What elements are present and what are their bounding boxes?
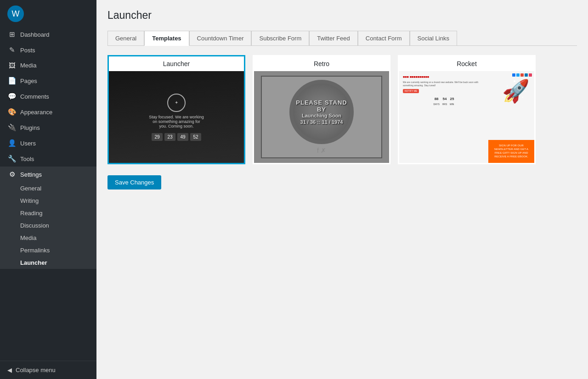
countdown-days: 29 [152,133,163,141]
sidebar-item-tools[interactable]: 🔧 Tools [0,151,96,167]
rocket-orange-bar: SIGN UP FOR OURNEWSLETTER AND GET AFREE … [488,140,534,163]
submenu-item-general[interactable]: General [0,182,96,195]
dashboard-icon: ⊞ [7,30,17,39]
sidebar-item-label: Appearance [20,109,52,116]
template-card-retro-title: Retro [254,56,389,71]
media-icon: 🖼 [7,61,17,69]
template-preview-launcher: ✦ Stay focused. We are working on someth… [109,71,244,163]
sidebar-nav: ⊞ Dashboard ✎ Posts 🖼 Media 📄 Pages 💬 Co… [0,27,96,361]
submenu-item-reading[interactable]: Reading [0,207,96,219]
template-grid: Launcher ✦ Stay focused. We are working … [107,55,577,164]
submenu-item-launcher[interactable]: Launcher [0,256,96,269]
countdown-mins: 49 [177,133,188,141]
sidebar-item-label: Media [20,62,36,69]
page-title: Launcher [107,9,577,22]
countdown-secs: 52 [190,133,201,141]
tab-twitter-feed[interactable]: Twitter Feed [309,31,358,46]
tab-general[interactable]: General [107,31,144,46]
rocket-count-min: 25MIN [450,96,454,106]
rocket-count-hrs: 54HRS [442,96,447,106]
sidebar: W ⊞ Dashboard ✎ Posts 🖼 Media 📄 Pages 💬 … [0,0,96,379]
sidebar-item-label: Dashboard [20,31,50,38]
tab-social-links[interactable]: Social Links [410,31,457,46]
submenu-item-discussion[interactable]: Discussion [0,219,96,232]
sidebar-item-media[interactable]: 🖼 Media [0,58,96,73]
save-changes-button[interactable]: Save Changes [107,175,161,190]
collapse-menu-button[interactable]: ◀ Collapse menu [0,361,96,379]
users-icon: 👤 [7,139,17,147]
rocket-left-content: ■■■ ■■■■■■■■■■ We are currently working … [399,71,488,163]
sidebar-item-label: Tools [20,156,34,162]
template-card-launcher[interactable]: Launcher ✦ Stay focused. We are working … [107,55,245,164]
template-card-launcher-title: Launcher [109,56,244,71]
template-preview-rocket: ■■■ ■■■■■■■■■■ We are currently working … [399,71,534,163]
tab-countdown-timer[interactable]: Countdown Timer [189,31,252,46]
sidebar-item-pages[interactable]: 📄 Pages [0,73,96,89]
sidebar-item-label: Pages [20,78,37,84]
rocket-bar-text: SIGN UP FOR OURNEWSLETTER AND GET AFREE … [492,143,530,159]
sidebar-item-appearance[interactable]: 🎨 Appearance [0,104,96,120]
template-card-retro[interactable]: Retro PLEASE STAND BY Launching Soon 31 … [253,55,390,164]
sidebar-item-comments[interactable]: 💬 Comments [0,89,96,104]
sidebar-item-posts[interactable]: ✎ Posts [0,42,96,58]
sidebar-logo: W [0,0,96,27]
rocket-countdown: 88DAYS 54HRS 25MIN [403,96,485,106]
sidebar-item-users[interactable]: 👤 Users [0,135,96,151]
template-card-rocket[interactable]: Rocket ■■■ ■■■■■■■■■■ We are currently w… [398,55,536,164]
comments-icon: 💬 [7,92,17,100]
settings-submenu: General Writing Reading Discussion Media… [0,182,96,269]
retro-launching-text: Launching Soon [293,113,350,118]
template-card-rocket-title: Rocket [399,56,534,71]
sidebar-item-label: Settings [20,171,42,178]
tab-bar: General Templates Countdown Timer Subscr… [107,31,577,46]
rocket-count-days: 88DAYS [434,96,440,106]
tab-subscribe-form[interactable]: Subscribe Form [251,31,309,46]
wp-logo-icon: W [7,6,24,22]
tab-contact-form[interactable]: Contact Form [358,31,410,46]
settings-icon: ⚙ [7,170,17,178]
collapse-arrow-icon: ◀ [7,367,12,373]
tools-icon: 🔧 [7,155,17,163]
plugins-icon: 🔌 [7,123,17,132]
countdown-hours: 23 [164,133,175,141]
sidebar-item-label: Plugins [20,124,40,131]
launcher-logo-circle: ✦ [167,94,186,112]
pages-icon: 📄 [7,77,17,85]
launcher-tagline: Stay focused. We are working on somethin… [149,115,204,128]
sidebar-item-dashboard[interactable]: ⊞ Dashboard [0,27,96,42]
sidebar-item-label: Users [20,140,36,147]
launcher-countdown: 29 23 49 52 [152,133,201,141]
retro-content: PLEASE STAND BY Launching Soon 31 / 36 :… [293,99,350,125]
collapse-menu-label: Collapse menu [16,367,56,373]
submenu-item-media[interactable]: Media [0,232,96,244]
template-preview-retro: PLEASE STAND BY Launching Soon 31 / 36 :… [254,71,389,163]
retro-social-icons: f ✗ [317,147,326,154]
sidebar-item-plugins[interactable]: 🔌 Plugins [0,120,96,135]
retro-standby-text: PLEASE STAND BY [293,99,350,113]
sidebar-item-label: Comments [20,93,49,100]
posts-icon: ✎ [7,46,17,54]
appearance-icon: 🎨 [7,108,17,116]
submenu-item-writing[interactable]: Writing [0,195,96,207]
sidebar-item-settings[interactable]: ⚙ Settings [0,167,96,182]
retro-circle: PLEASE STAND BY Launching Soon 31 / 36 :… [289,80,354,144]
rocket-right-content: 🚀 SIGN UP FOR OURNEWSLETTER AND GET AFRE… [488,71,534,163]
retro-date-text: 31 / 36 :: 11 / 1974 [293,119,350,125]
tab-templates[interactable]: Templates [144,31,189,46]
sidebar-item-label: Posts [20,47,35,54]
main-content: Launcher General Templates Countdown Tim… [96,0,588,379]
submenu-item-permalinks[interactable]: Permalinks [0,244,96,256]
